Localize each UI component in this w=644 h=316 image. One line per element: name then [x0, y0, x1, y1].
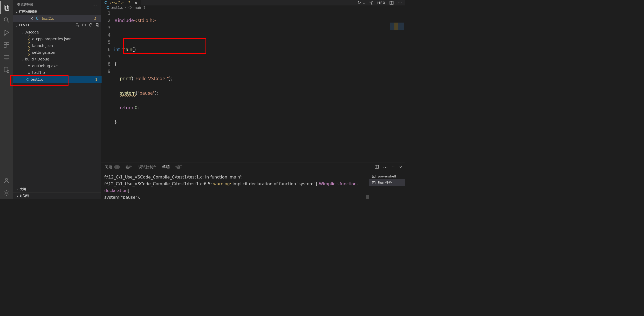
- svg-rect-15: [76, 23, 78, 26]
- chevron-down-icon: ⌄: [15, 10, 19, 14]
- chevron-up-icon[interactable]: ⌃: [392, 165, 395, 169]
- modified-badge: 1: [94, 17, 96, 20]
- project-name: TEST1: [19, 23, 30, 27]
- search-icon[interactable]: [0, 14, 13, 26]
- c-file-icon: C: [106, 5, 109, 10]
- cpp-config-icon[interactable]: [0, 64, 13, 76]
- tab-terminal[interactable]: 终端: [162, 163, 170, 171]
- code-content[interactable]: #include<stdio.h> int main() { printf("H…: [114, 10, 387, 162]
- file-tree: ⌄.vscode { }c_cpp_properties.json { }lau…: [13, 28, 101, 83]
- svg-rect-7: [7, 42, 9, 45]
- file-settings-json[interactable]: { }settings.json: [13, 49, 101, 56]
- svg-marker-22: [358, 1, 360, 4]
- chevron-right-icon: ›: [125, 5, 126, 10]
- sidebar-title: 资源管理器 ⋯: [13, 0, 101, 9]
- svg-line-3: [7, 21, 9, 23]
- gear-icon[interactable]: [369, 1, 374, 5]
- svg-rect-6: [4, 42, 6, 45]
- collapse-all-icon[interactable]: [95, 23, 100, 28]
- file-launch-json[interactable]: { }launch.json: [13, 42, 101, 49]
- terminal-icon: [372, 181, 376, 185]
- svg-point-2: [4, 18, 8, 21]
- remote-icon[interactable]: [0, 51, 13, 64]
- terminal-list: powershell Run 任务: [369, 172, 405, 199]
- c-file-icon: C: [36, 16, 39, 21]
- modified-badge: 1: [127, 0, 130, 5]
- run-debug-icon[interactable]: [0, 26, 13, 39]
- tab-ports[interactable]: 端口: [175, 163, 183, 171]
- folder-build-debug[interactable]: ⌄build \ Debug: [13, 56, 101, 63]
- file-test1-o[interactable]: ≡test1.o: [13, 69, 101, 76]
- svg-marker-4: [5, 30, 9, 35]
- svg-rect-8: [4, 45, 6, 47]
- panel-tabs: 问题 1 输出 调试控制台 终端 端口 ⋯ ⌃ ×: [101, 162, 405, 172]
- terminal-icon: [372, 174, 376, 178]
- folder-vscode[interactable]: ⌄.vscode: [13, 29, 101, 36]
- sidebar-more-icon[interactable]: ⋯: [92, 4, 97, 6]
- new-file-icon[interactable]: [75, 23, 79, 28]
- open-editor-filename: test1.c: [42, 16, 54, 20]
- problems-count: 1: [114, 165, 120, 169]
- svg-rect-0: [4, 5, 8, 9]
- split-terminal-icon[interactable]: [374, 164, 379, 170]
- bottom-panel: 问题 1 输出 调试控制台 终端 端口 ⋯ ⌃ × f:\12_C\1_Use_…: [101, 162, 405, 199]
- breadcrumb[interactable]: C test1.c › main(): [101, 5, 405, 10]
- outline-section[interactable]: ›大纲: [13, 186, 101, 193]
- svg-rect-9: [4, 55, 9, 59]
- run-dropdown-icon[interactable]: ⌄: [357, 0, 365, 5]
- tab-output[interactable]: 输出: [126, 163, 133, 171]
- close-icon[interactable]: ×: [134, 0, 138, 5]
- terminal-scrollbar[interactable]: [365, 172, 369, 199]
- file-test1-c[interactable]: C test1.c 1: [13, 76, 101, 83]
- symbol-method-icon: [128, 5, 132, 10]
- svg-point-23: [371, 2, 372, 3]
- editor-area: C test1.c 1 × ⌄ HEX ⋯ C test1.c › main()…: [101, 0, 405, 199]
- hex-button[interactable]: HEX: [377, 1, 386, 5]
- activity-bar: [0, 0, 13, 199]
- svg-rect-11: [4, 67, 8, 72]
- account-icon[interactable]: [0, 174, 13, 187]
- c-file-icon: C: [104, 0, 107, 5]
- line-gutter: 123 456 789: [101, 10, 114, 162]
- terminal-item-run[interactable]: Run 任务: [369, 179, 405, 186]
- more-icon[interactable]: ⋯: [383, 164, 388, 170]
- more-icon[interactable]: ⋯: [398, 0, 402, 5]
- chevron-down-icon: ⌄: [15, 23, 19, 27]
- file-outdebug-exe[interactable]: ≡outDebug.exe: [13, 63, 101, 69]
- modified-badge: 1: [95, 77, 98, 81]
- code-editor[interactable]: 123 456 789 #include<stdio.h> int main()…: [101, 10, 405, 162]
- settings-gear-icon[interactable]: [0, 187, 13, 199]
- c-file-icon: C: [25, 78, 30, 81]
- tab-problems[interactable]: 问题 1: [105, 163, 120, 171]
- timeline-section[interactable]: ›时间线: [13, 193, 101, 199]
- svg-rect-26: [128, 6, 131, 9]
- project-header[interactable]: ⌄ TEST1: [13, 22, 101, 28]
- svg-point-13: [5, 178, 8, 181]
- file-c-cpp-properties[interactable]: { }c_cpp_properties.json: [13, 36, 101, 42]
- new-folder-icon[interactable]: [82, 23, 86, 28]
- terminal-item-powershell[interactable]: powershell: [369, 173, 405, 179]
- tab-test1-c[interactable]: C test1.c 1 ×: [101, 0, 141, 5]
- editor-tabs: C test1.c 1 × ⌄ HEX ⋯: [101, 0, 405, 5]
- minimap[interactable]: [387, 10, 405, 162]
- open-editors-header[interactable]: ⌄ 打开的编辑器: [13, 9, 101, 15]
- close-icon[interactable]: ×: [30, 16, 33, 21]
- terminal-output[interactable]: f:\12_C\1_Use_VSCode_Compile_C\test1\tes…: [101, 172, 369, 199]
- open-editor-item[interactable]: × C test1.c 1: [13, 15, 101, 22]
- explorer-sidebar: 资源管理器 ⋯ ⌄ 打开的编辑器 × C test1.c 1 ⌄ TEST1 ⌄…: [13, 0, 101, 199]
- sidebar-title-text: 资源管理器: [17, 3, 92, 7]
- close-panel-icon[interactable]: ×: [399, 165, 402, 169]
- svg-rect-1: [5, 6, 9, 10]
- refresh-icon[interactable]: [89, 23, 93, 28]
- explorer-icon[interactable]: [0, 1, 13, 14]
- tab-debug-console[interactable]: 调试控制台: [139, 163, 157, 171]
- svg-rect-20: [96, 23, 98, 25]
- svg-point-14: [6, 192, 8, 194]
- extensions-icon[interactable]: [0, 39, 13, 51]
- split-editor-icon[interactable]: [389, 1, 394, 5]
- open-editors-label: 打开的编辑器: [19, 10, 37, 14]
- svg-rect-21: [97, 24, 99, 26]
